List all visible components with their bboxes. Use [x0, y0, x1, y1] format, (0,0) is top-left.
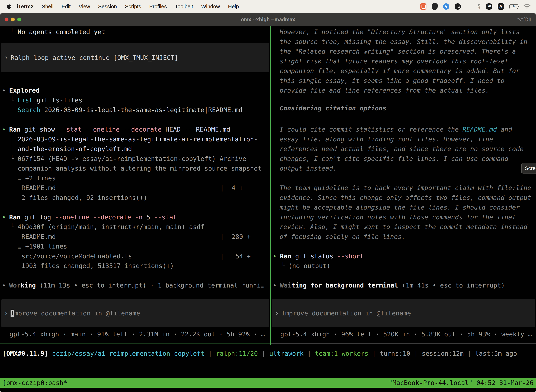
bullet-icon: • — [273, 280, 277, 290]
traffic-lights — [5, 18, 21, 21]
terminal-line: the source tree, missing the essay. Stil… — [271, 37, 536, 47]
menu-items: iTerm2ShellEditViewSessionScriptsProfile… — [13, 4, 243, 9]
terminal-line: … +2 lines — [0, 173, 270, 183]
title-bar[interactable]: omx --xhigh --madmax ⌥⌘1 — [0, 13, 536, 26]
bullet-icon: • — [2, 212, 6, 222]
tmux-session-window[interactable]: [omx-cczip0:bash* — [2, 379, 67, 386]
terminal-line: review. Also, I might want to inspect th… — [271, 222, 536, 232]
pane-left: └No agents completed yet›Ralph loop acti… — [0, 26, 270, 344]
ran-git-log: •Ran git log --oneline --decorate -n 5 -… — [0, 212, 270, 222]
agents-status-line: └No agents completed yet — [0, 27, 270, 37]
ran-git-status: •Ran git status --short — [271, 251, 536, 261]
terminal-line: of focusing solely on file lines. — [271, 232, 536, 242]
terminal-line: src/voice/voiceModeEnabled.ts| 54 + — [0, 251, 270, 261]
terminal-line: essay file, along with finding root file… — [271, 134, 536, 144]
model-status-right: gpt-5.4 xhigh · 96% left · 520K in · 5.8… — [271, 329, 536, 339]
terminal-line: changes, I can't cite specific file line… — [271, 154, 536, 164]
battery-icon[interactable]: ϟ — [509, 4, 518, 9]
tmux-status-bar[interactable]: [omx-cczip0:bash* "MacBook-Pro-44.local"… — [0, 378, 536, 387]
terminal-line: 2026-03-09-is-legal-the-same-as-legitima… — [0, 134, 270, 144]
terminal-line: I could cite commit statistics or refere… — [271, 125, 536, 134]
menu-item-edit[interactable]: Edit — [57, 4, 75, 9]
terminal-line: this single essay, it seems like a good … — [271, 76, 536, 86]
terminal-line: README.md| 280 + — [0, 232, 270, 242]
letter-a-icon[interactable]: A — [498, 3, 504, 10]
terminal-line: The team guideline is to back every impo… — [271, 183, 536, 193]
thinking-heading: Considering citation options — [271, 103, 536, 113]
terminal-line: … +1901 lines — [0, 242, 270, 251]
prompt-chevron-icon: › — [275, 310, 279, 316]
chat-badge-icon[interactable] — [420, 3, 426, 10]
prompt-chevron-icon: › — [4, 310, 8, 316]
window-shortcut-badge: ⌥⌘1 — [517, 17, 532, 23]
screen-tooltip: Scre — [521, 163, 536, 173]
menu-status-icons: ϟ § ..61 A ϟ — [420, 3, 536, 10]
terminal-line: and-the-erosion-of-copyleft.md — [0, 144, 270, 154]
dots-grid-icon[interactable] — [466, 4, 472, 9]
omx-status-line: [OMX#0.11.9] cczip/essay/ai-reimplementa… — [0, 349, 536, 359]
menu-item-scripts[interactable]: Scripts — [121, 4, 145, 9]
terminal-line: output instead. — [271, 163, 536, 173]
terminal-line: README.md| 4 + — [0, 183, 270, 193]
terminal-line: └(no output) — [271, 261, 536, 271]
shield-keypad-icon[interactable] — [432, 3, 438, 10]
prompt-input-right[interactable]: ›Improve documentation in @filename — [272, 299, 535, 327]
menu-item-profiles[interactable]: Profiles — [145, 4, 171, 9]
explored-header: •Explored — [0, 85, 270, 95]
terminal-line: including verification notes with those … — [271, 212, 536, 222]
bullet-icon: • — [2, 125, 6, 134]
apple-menu-icon[interactable] — [7, 4, 11, 9]
bullet-icon: • — [273, 251, 277, 261]
terminal-line: companion file, especially if more comme… — [271, 66, 536, 76]
bullet-icon: • — [2, 280, 6, 290]
wifi-icon[interactable] — [523, 4, 531, 9]
terminal-window: omx --xhigh --madmax ⌥⌘1 └No agents comp… — [0, 13, 536, 392]
terminal-line: └067f154 (HEAD -> essay/ai-reimplementat… — [0, 154, 270, 164]
close-button[interactable] — [5, 18, 9, 21]
bullet-icon: • — [2, 85, 6, 95]
waiting-status: •Waiting for background terminal (1m 41s… — [271, 280, 536, 290]
tree-corner-icon: └ — [10, 95, 14, 105]
terminal-line: Search 2026-03-09-is-legal-the-same-as-l… — [0, 105, 270, 115]
squiggle-icon[interactable]: § — [478, 3, 480, 10]
menu-item-window[interactable]: Window — [197, 4, 224, 9]
menu-item-shell[interactable]: Shell — [38, 4, 57, 9]
ran-git-show: •Ran git show --stat --oneline --decorat… — [0, 125, 270, 134]
prompt-input-left[interactable]: ›Improve documentation in @filename — [1, 299, 269, 327]
tree-corner-icon: └ — [10, 222, 14, 232]
working-status: •Working (11m 13s • esc to interrupt) · … — [0, 280, 270, 290]
menu-item-toolbelt[interactable]: Toolbelt — [171, 4, 197, 9]
menu-item-iterm2[interactable]: iTerm2 — [13, 4, 38, 9]
menu-item-session[interactable]: Session — [94, 4, 121, 9]
tree-corner-icon: └ — [281, 261, 285, 271]
model-status-left: gpt-5.4 xhigh · main · 91% left · 2.31M … — [0, 329, 270, 339]
terminal-line: └List git ls-files — [0, 95, 270, 105]
tree-corner-icon: └ — [10, 154, 14, 164]
separator-right — [271, 344, 536, 344]
menu-item-help[interactable]: Help — [224, 4, 243, 9]
menu-item-view[interactable]: View — [75, 4, 94, 9]
blue-bolt-icon[interactable]: ϟ — [443, 3, 449, 10]
ralph-loop-input[interactable]: ›Ralph loop active continue [OMX_TMUX_IN… — [1, 43, 269, 72]
menu-bar: iTerm2ShellEditViewSessionScriptsProfile… — [0, 0, 536, 13]
zoom-button[interactable] — [17, 18, 21, 21]
terminal-line: slight risk that future readers may over… — [271, 56, 536, 66]
terminal-line: evidence. Since this change only affects… — [271, 193, 536, 203]
lunar-crescent-icon[interactable] — [455, 3, 461, 10]
pane-right: However, I noticed the "Directory Struct… — [271, 26, 536, 344]
terminal-line: However, I noticed the "Directory Struct… — [271, 27, 536, 37]
terminal-line: references need actual files, and since … — [271, 144, 536, 154]
window-title: omx --xhigh --madmax — [241, 17, 295, 23]
pane-divider[interactable] — [270, 26, 271, 345]
minimize-button[interactable] — [11, 18, 15, 21]
tree-corner-icon: └ — [10, 27, 14, 37]
terminal-line: provide file and line references from th… — [271, 85, 536, 95]
terminal-line: companion analysis without altering the … — [0, 163, 270, 173]
screen: { "menu_bar": { "items": ["iTerm2", "She… — [0, 0, 536, 392]
terminal-line: the "Related research writing" section i… — [271, 47, 536, 56]
count-badge-icon[interactable]: ..61 — [486, 3, 492, 10]
tmux-host-datetime: "MacBook-Pro-44.local" 04:52 31-Mar-26 — [389, 379, 534, 386]
terminal-line: might be acceptable alongside the file l… — [271, 202, 536, 212]
terminal-line: └4b9d30f (origin/main, instructkr/main, … — [0, 222, 270, 232]
terminal-line: 1903 files changed, 513517 insertions(+) — [0, 261, 270, 271]
